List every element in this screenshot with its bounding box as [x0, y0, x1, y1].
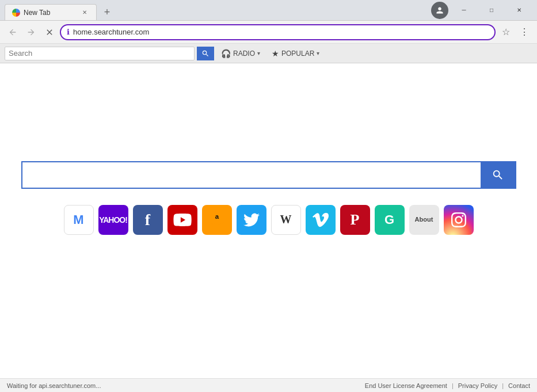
radio-icon: 🎧: [221, 49, 231, 58]
svg-text:a: a: [215, 213, 219, 220]
svg-marker-2: [222, 222, 224, 223]
main-content: M YAHOO! f a: [0, 63, 537, 378]
info-icon: ℹ: [67, 28, 70, 36]
status-loading-text: Waiting for api.searchtuner.com...: [7, 382, 101, 389]
shortcut-pinterest[interactable]: P: [340, 205, 370, 235]
shortcut-youtube[interactable]: [167, 205, 197, 235]
popular-star-icon: ★: [272, 49, 279, 58]
main-search-wrapper: M YAHOO! f a: [21, 161, 516, 235]
tab-title: New Tab: [24, 9, 77, 17]
main-search-bar[interactable]: [21, 161, 516, 189]
shortcut-instagram[interactable]: [444, 205, 474, 235]
status-links: End User License Agreement | Privacy Pol…: [365, 382, 530, 389]
title-bar: New Tab ✕ + ─ □ ✕: [0, 0, 537, 21]
menu-button[interactable]: ⋮: [516, 24, 532, 40]
favorites-button[interactable]: ☆: [498, 24, 514, 40]
active-tab[interactable]: New Tab ✕: [5, 4, 97, 20]
shortcut-gmail[interactable]: M: [64, 205, 94, 235]
maximize-button[interactable]: □: [478, 1, 505, 20]
tab-close-button[interactable]: ✕: [80, 8, 89, 17]
window-controls: ─ □ ✕: [451, 1, 532, 20]
eula-link[interactable]: End User License Agreement: [365, 382, 447, 389]
popular-toolbar-item[interactable]: ★ POPULAR ▾: [267, 47, 324, 60]
tab-favicon: [12, 9, 20, 17]
toolbar-search-box[interactable]: [5, 47, 195, 60]
radio-toolbar-item[interactable]: 🎧 RADIO ▾: [216, 47, 265, 60]
shortcut-vimeo[interactable]: [306, 205, 336, 235]
navigation-bar: ℹ ☆ ⋮: [0, 21, 537, 44]
popular-chevron-icon: ▾: [317, 50, 319, 56]
forward-button[interactable]: [23, 24, 39, 40]
profile-button[interactable]: [431, 2, 448, 19]
main-search-button[interactable]: [481, 162, 515, 188]
shortcut-wikipedia[interactable]: W: [271, 205, 301, 235]
tab-bar: New Tab ✕ +: [5, 0, 431, 20]
toolbar: 🎧 RADIO ▾ ★ POPULAR ▾: [0, 44, 537, 63]
radio-label: RADIO: [233, 50, 255, 58]
new-tab-button[interactable]: +: [99, 4, 115, 20]
shortcut-facebook[interactable]: f: [133, 205, 163, 235]
back-button[interactable]: [5, 24, 21, 40]
privacy-policy-link[interactable]: Privacy Policy: [458, 382, 497, 389]
shortcut-about[interactable]: About: [409, 205, 439, 235]
minimize-button[interactable]: ─: [451, 1, 477, 20]
contact-link[interactable]: Contact: [508, 382, 530, 389]
address-bar-input[interactable]: [73, 28, 489, 36]
popular-label: POPULAR: [281, 50, 314, 58]
shortcuts-row: M YAHOO! f a: [64, 205, 474, 235]
shortcut-twitter[interactable]: [237, 205, 266, 235]
shortcut-yahoo[interactable]: YAHOO!: [98, 205, 128, 235]
reload-button[interactable]: [41, 24, 58, 40]
status-bar: Waiting for api.searchtuner.com... End U…: [0, 378, 537, 392]
address-bar-container[interactable]: ℹ: [60, 24, 496, 40]
main-search-input[interactable]: [22, 162, 481, 188]
radio-chevron-icon: ▾: [257, 50, 260, 56]
shortcut-grammarly[interactable]: G: [375, 205, 405, 235]
toolbar-search-button[interactable]: [197, 47, 214, 60]
toolbar-search-input[interactable]: [9, 49, 191, 58]
close-button[interactable]: ✕: [506, 1, 532, 20]
shortcut-amazon[interactable]: a: [202, 205, 232, 235]
